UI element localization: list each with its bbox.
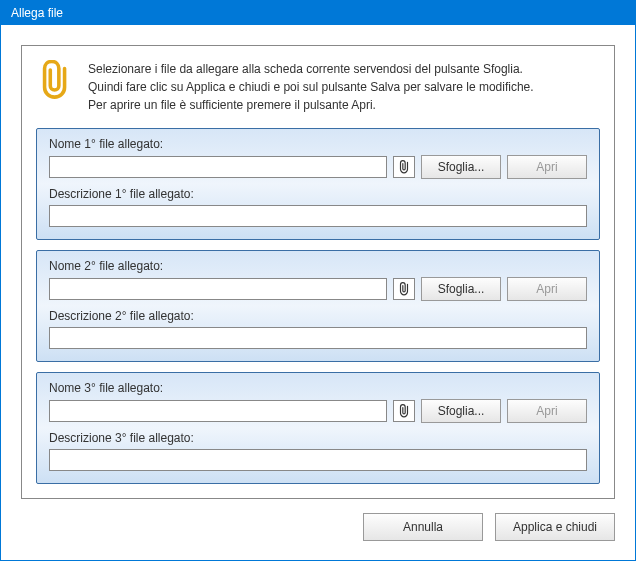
paperclip-icon: [393, 278, 415, 300]
file-desc-label: Descrizione 2° file allegato:: [49, 309, 587, 323]
content-area: Selezionare i file da allegare alla sche…: [1, 25, 635, 561]
file-desc-label: Descrizione 1° file allegato:: [49, 187, 587, 201]
instructions: Selezionare i file da allegare alla sche…: [88, 60, 534, 114]
file-desc-input-2[interactable]: [49, 327, 587, 349]
paperclip-icon: [38, 60, 74, 103]
browse-button-3[interactable]: Sfoglia...: [421, 399, 501, 423]
instruction-line-2: Quindi fare clic su Applica e chiudi e p…: [88, 78, 534, 96]
titlebar: Allega file: [1, 1, 635, 25]
browse-button-1[interactable]: Sfoglia...: [421, 155, 501, 179]
file-name-input-3[interactable]: [49, 400, 387, 422]
file-group-2: Nome 2° file allegato: Sfoglia... Apri D…: [36, 250, 600, 362]
apply-close-button[interactable]: Applica e chiudi: [495, 513, 615, 541]
file-name-label: Nome 2° file allegato:: [49, 259, 587, 273]
open-button-2[interactable]: Apri: [507, 277, 587, 301]
open-button-1[interactable]: Apri: [507, 155, 587, 179]
file-name-input-1[interactable]: [49, 156, 387, 178]
file-name-row: Sfoglia... Apri: [49, 399, 587, 423]
file-name-label: Nome 3° file allegato:: [49, 381, 587, 395]
file-name-row: Sfoglia... Apri: [49, 277, 587, 301]
instruction-line-1: Selezionare i file da allegare alla sche…: [88, 60, 534, 78]
file-desc-input-3[interactable]: [49, 449, 587, 471]
instruction-line-3: Per aprire un file è sufficiente premere…: [88, 96, 534, 114]
main-panel: Selezionare i file da allegare alla sche…: [21, 45, 615, 499]
paperclip-icon: [393, 156, 415, 178]
file-desc-label: Descrizione 3° file allegato:: [49, 431, 587, 445]
file-desc-input-1[interactable]: [49, 205, 587, 227]
dialog-window: Allega file Selezionare i file da allega…: [0, 0, 636, 561]
browse-button-2[interactable]: Sfoglia...: [421, 277, 501, 301]
file-group-1: Nome 1° file allegato: Sfoglia... Apri D…: [36, 128, 600, 240]
open-button-3[interactable]: Apri: [507, 399, 587, 423]
paperclip-icon: [393, 400, 415, 422]
window-title: Allega file: [11, 6, 63, 20]
cancel-button[interactable]: Annulla: [363, 513, 483, 541]
file-group-3: Nome 3° file allegato: Sfoglia... Apri D…: [36, 372, 600, 484]
file-name-label: Nome 1° file allegato:: [49, 137, 587, 151]
header-row: Selezionare i file da allegare alla sche…: [36, 56, 600, 118]
file-name-input-2[interactable]: [49, 278, 387, 300]
button-bar: Annulla Applica e chiudi: [21, 499, 615, 541]
file-name-row: Sfoglia... Apri: [49, 155, 587, 179]
